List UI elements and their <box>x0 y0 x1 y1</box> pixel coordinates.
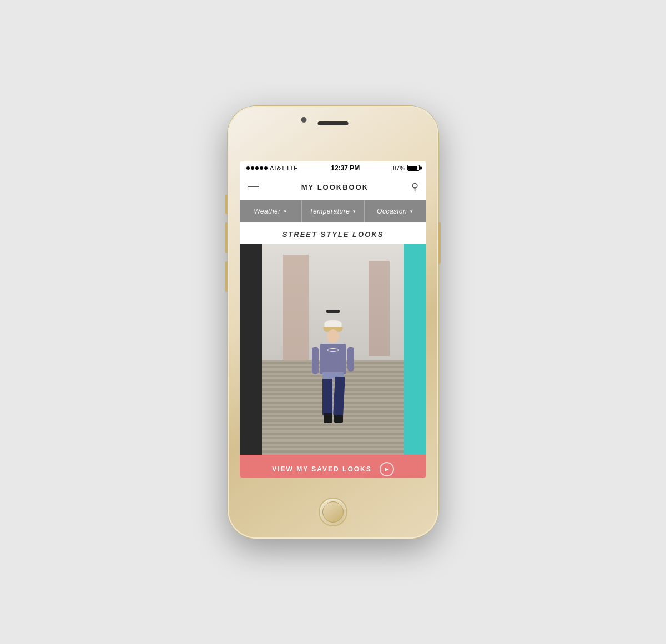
filter-bar: Weather ▼ Temperature ▼ Occasion ▼ <box>240 200 426 222</box>
volume-up-button <box>225 222 228 253</box>
home-button[interactable] <box>319 498 347 526</box>
volume-down-button <box>225 261 228 292</box>
view-saved-looks-button[interactable]: VIEW MY SAVED LOOKS ► <box>240 455 426 478</box>
hamburger-line-1 <box>248 184 259 185</box>
figure-arm-right <box>347 347 354 372</box>
status-bar: AT&T LTE 12:37 PM 87% <box>240 161 426 175</box>
fashion-figure <box>320 320 346 423</box>
phone-top-area <box>318 121 349 125</box>
carrier-label: AT&T <box>270 165 285 171</box>
status-right: 87% <box>393 165 420 171</box>
mute-button <box>225 195 228 214</box>
hamburger-line-2 <box>248 186 259 187</box>
carousel-left-panel <box>240 244 262 455</box>
figure-head <box>327 329 339 343</box>
signal-dot-5 <box>264 166 268 170</box>
section-title: STREET STYLE LOOKS <box>240 222 426 244</box>
status-left: AT&T LTE <box>246 165 298 171</box>
figure-leg-left <box>322 377 332 415</box>
power-button <box>438 222 441 264</box>
signal-dot-3 <box>255 166 259 170</box>
weather-chevron-icon: ▼ <box>283 209 287 214</box>
nav-bar: MY LOOKBOOK ⚲ <box>240 175 426 200</box>
signal-dot-4 <box>260 166 263 170</box>
arrow-circle-icon: ► <box>380 462 394 476</box>
figure-necklace <box>327 348 339 352</box>
signal-dot-2 <box>251 166 254 170</box>
search-icon[interactable]: ⚲ <box>411 181 418 193</box>
occasion-filter-tab[interactable]: Occasion ▼ <box>365 200 426 222</box>
temperature-filter-tab[interactable]: Temperature ▼ <box>302 200 364 222</box>
app-title: MY LOOKBOOK <box>301 183 369 191</box>
building-right <box>369 261 390 356</box>
building-left <box>283 255 309 360</box>
figure-sweater <box>320 344 346 374</box>
weather-filter-tab[interactable]: Weather ▼ <box>240 200 302 222</box>
time-display: 12:37 PM <box>331 164 360 172</box>
signal-strength <box>246 166 268 170</box>
front-camera <box>301 117 307 123</box>
phone-shell: AT&T LTE 12:37 PM 87% MY LOOK <box>228 106 438 539</box>
weather-filter-label: Weather <box>254 207 281 215</box>
home-button-inner <box>322 501 344 523</box>
signal-dot-1 <box>246 166 250 170</box>
figure-boot-left <box>324 413 332 423</box>
fashion-scene <box>262 244 404 455</box>
carousel-right-panel <box>404 244 426 455</box>
figure-leg-right <box>333 376 345 415</box>
figure-jeans <box>322 377 344 415</box>
earpiece <box>318 121 349 125</box>
image-carousel[interactable] <box>240 244 426 455</box>
battery-icon <box>407 165 420 171</box>
phone-screen: AT&T LTE 12:37 PM 87% MY LOOK <box>240 161 426 478</box>
temperature-chevron-icon: ▼ <box>352 209 356 214</box>
battery-percent-label: 87% <box>393 165 405 171</box>
battery-fill <box>408 166 417 170</box>
phone-device: AT&T LTE 12:37 PM 87% MY LOOK <box>228 106 438 539</box>
figure-arm-left <box>312 347 319 374</box>
carousel-main-image <box>262 244 404 455</box>
view-saved-looks-label: VIEW MY SAVED LOOKS <box>272 465 372 473</box>
network-label: LTE <box>287 165 297 171</box>
occasion-chevron-icon: ▼ <box>409 209 413 214</box>
figure-sunglasses <box>326 310 340 313</box>
hamburger-menu-button[interactable] <box>248 184 259 191</box>
hamburger-line-3 <box>248 190 259 191</box>
temperature-filter-label: Temperature <box>309 207 350 215</box>
occasion-filter-label: Occasion <box>377 207 407 215</box>
